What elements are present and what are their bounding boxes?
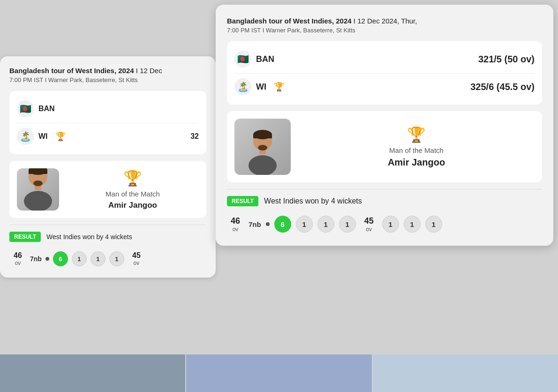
- dot-ball-back: [45, 257, 49, 261]
- card-title-front: Bangladesh tour of West Indies, 2024 I 1…: [227, 16, 542, 26]
- svg-point-5: [33, 181, 43, 186]
- strip-item-2: [186, 354, 371, 392]
- ban-score-front: 321/5 (50 ov): [478, 54, 535, 65]
- card-header-front: Bangladesh tour of West Indies, 2024 I 1…: [227, 16, 542, 34]
- motm-info-front: 🏆 Man of the Match Amir Jangoo: [298, 126, 535, 168]
- team-row-wi-back: 🏝️ WI 🏆 32: [17, 123, 199, 148]
- ban-flag-front: 🇧🇩: [234, 51, 251, 68]
- card-title-bold-front: Bangladesh tour of West Indies, 2024: [227, 17, 352, 25]
- result-text-back: West Indies won by 4 wickets: [46, 233, 132, 241]
- teams-section-back: 🇧🇩 BAN 🏝️ WI 🏆 32: [9, 91, 206, 154]
- overs-section-back: 46 ov 7nb 6 1 1 1 45 ov: [9, 244, 206, 268]
- card-meta-front: 7:00 PM IST I Warner Park, Basseterre, S…: [227, 27, 542, 34]
- motm-label-front: Man of the Match: [389, 146, 444, 154]
- nb-front: 7nb: [249, 220, 261, 228]
- ball-1c-back: 1: [109, 251, 124, 266]
- over-label-46-front: 46 ov: [227, 216, 244, 233]
- card-title-bold-back: Bangladesh tour of West Indies, 2024: [9, 67, 134, 75]
- wi-trophy-back: 🏆: [55, 131, 66, 142]
- card-meta-back: 7:00 PM IST I Warner Park, Basseterre, S…: [9, 76, 206, 83]
- ban-name-back: BAN: [38, 105, 55, 113]
- card-title-rest-front: I 12 Dec 2024, Thur,: [352, 17, 417, 25]
- card-title-rest-back: I 12 Dec: [134, 67, 162, 75]
- svg-point-4: [24, 191, 52, 211]
- match-card-back[interactable]: Bangladesh tour of West Indies, 2024 I 1…: [0, 56, 216, 278]
- strip-item-1: [0, 354, 185, 392]
- svg-rect-9: [253, 135, 272, 138]
- motm-photo-back: [17, 168, 59, 211]
- screen: Bangladesh tour of West Indies, 2024 I 1…: [0, 0, 558, 392]
- dot-ball-front: [266, 222, 270, 226]
- ball-1d-front: 1: [382, 216, 399, 233]
- ball-1c-front: 1: [339, 216, 356, 233]
- ban-name-front: BAN: [256, 54, 274, 64]
- wi-flag-front: 🏝️: [234, 78, 251, 95]
- divider-back: [9, 225, 206, 225]
- ball-1a-front: 1: [296, 216, 313, 233]
- ball-1e-front: 1: [404, 216, 421, 233]
- motm-name-back: Amir Jangoo: [108, 201, 157, 210]
- motm-photo-front: [234, 119, 291, 175]
- nb-back: 7nb: [30, 255, 42, 263]
- team-row-ban-front: 🇧🇩 BAN 321/5 (50 ov): [234, 48, 535, 70]
- ball-1a-back: 1: [72, 251, 87, 266]
- divider-front: [227, 189, 542, 189]
- ball-1b-back: 1: [90, 251, 106, 266]
- ball-1f-front: 1: [425, 216, 442, 233]
- wi-trophy-front: 🏆: [274, 82, 284, 92]
- wi-flag-back: 🏝️: [17, 128, 34, 145]
- card-title-back: Bangladesh tour of West Indies, 2024 I 1…: [9, 66, 206, 75]
- ban-flag-back: 🇧🇩: [17, 100, 34, 117]
- team-row-ban-back: 🇧🇩 BAN: [17, 98, 199, 120]
- motm-section-back: 🏆 Man of the Match Amir Jangoo: [9, 161, 206, 218]
- bottom-strip: [0, 354, 558, 392]
- result-badge-front: RESULT: [227, 196, 258, 206]
- wi-score-front: 325/6 (45.5 ov): [470, 82, 535, 92]
- ball-1b-front: 1: [317, 216, 334, 233]
- result-text-front: West Indies won by 4 wickets: [264, 197, 362, 205]
- motm-trophy-icon-front: 🏆: [407, 126, 426, 143]
- over-label-46-back: 46 ov: [9, 251, 26, 266]
- over-label-45-front: 45 ov: [361, 216, 377, 233]
- wi-score-back: 32: [190, 132, 199, 141]
- overs-section-front: 46 ov 7nb 6 1 1 1 45 ov 1 1 1: [227, 208, 542, 234]
- wi-name-back: WI: [38, 132, 48, 141]
- result-section-back: RESULT West Indies won by 4 wickets: [9, 230, 206, 244]
- motm-trophy-icon-back: 🏆: [123, 169, 142, 187]
- over-label-45-back: 45 ov: [128, 251, 145, 266]
- motm-label-back: Man of the Match: [106, 190, 160, 198]
- wi-name-front: WI: [256, 82, 266, 92]
- card-header-back: Bangladesh tour of West Indies, 2024 I 1…: [9, 66, 206, 83]
- team-row-wi-front: 🏝️ WI 🏆 325/6 (45.5 ov): [234, 73, 535, 98]
- svg-point-10: [249, 155, 277, 175]
- result-badge-back: RESULT: [9, 232, 41, 242]
- motm-name-front: Amir Jangoo: [388, 157, 445, 168]
- ball-six-front: 6: [274, 216, 291, 233]
- motm-section-front: 🏆 Man of the Match Amir Jangoo: [227, 111, 542, 182]
- strip-item-3: [373, 354, 558, 392]
- ball-six-back: 6: [53, 251, 68, 266]
- svg-point-11: [258, 145, 267, 151]
- teams-section-front: 🇧🇩 BAN 321/5 (50 ov) 🏝️ WI 🏆 325/6 (45.5…: [227, 41, 542, 105]
- svg-rect-3: [29, 170, 47, 174]
- motm-info-back: 🏆 Man of the Match Amir Jangoo: [67, 169, 199, 210]
- match-card-front[interactable]: Bangladesh tour of West Indies, 2024 I 1…: [216, 5, 553, 246]
- result-section-front: RESULT West Indies won by 4 wickets: [227, 194, 542, 208]
